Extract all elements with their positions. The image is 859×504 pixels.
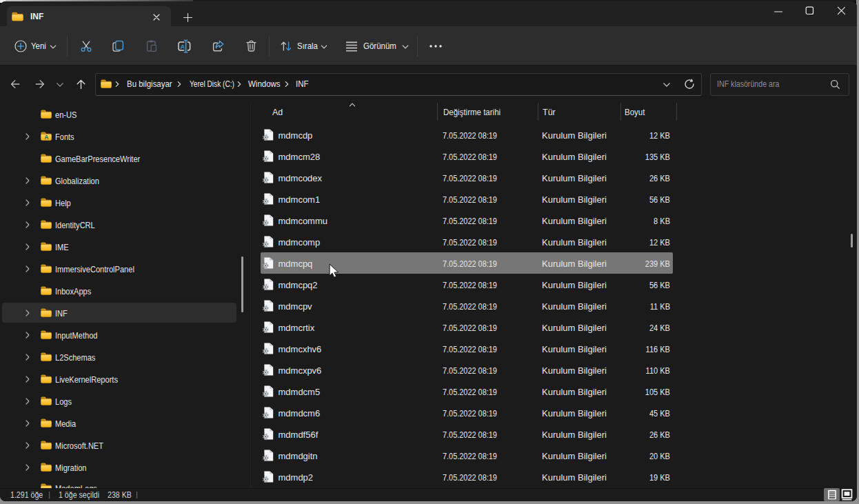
svg-text:A: A [44, 134, 48, 141]
